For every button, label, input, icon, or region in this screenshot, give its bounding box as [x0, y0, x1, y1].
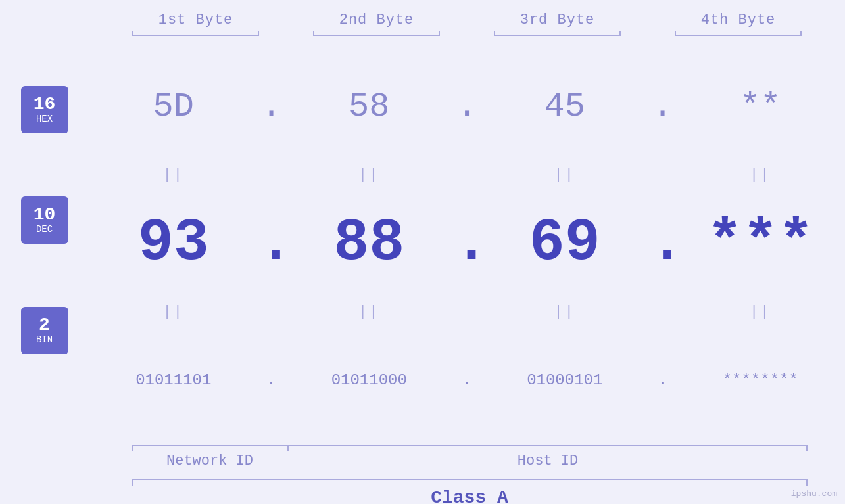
equals-row-2: || || || || [89, 302, 845, 321]
hex-base-label: HEX [36, 114, 53, 125]
dec-dot3: . [650, 210, 676, 277]
dec-byte3: 69 [480, 214, 650, 273]
bin-dot3: . [650, 371, 676, 389]
hex-byte3: 45 [480, 87, 650, 126]
bin-byte2: 01011000 [285, 371, 454, 389]
dec-dot1: . [258, 210, 285, 277]
network-id-label: Network ID [132, 453, 288, 469]
class-a-label: Class A [132, 488, 808, 504]
hex-dot2: . [454, 87, 480, 126]
eq1-b2: || [285, 167, 454, 183]
bin-byte1: 01011101 [89, 371, 258, 389]
dec-row: 93 . 88 . 69 . *** [89, 185, 845, 302]
labels-column: 16 HEX 10 DEC 2 BIN [0, 48, 89, 438]
eq2-b4: || [676, 304, 846, 320]
bin-dot1: . [258, 371, 285, 389]
hex-byte4: ** [676, 87, 846, 126]
dec-base-number: 10 [34, 206, 56, 224]
bin-badge: 2 BIN [21, 307, 68, 354]
eq1-b1: || [89, 167, 258, 183]
bracket-4 [648, 30, 829, 41]
hex-dot1: . [258, 87, 285, 126]
eq2-b1: || [89, 304, 258, 320]
byte-headers: 1st Byte 2nd Byte 3rd Byte 4th Byte [105, 12, 829, 28]
byte3-header: 3rd Byte [467, 12, 648, 28]
bracket-2 [286, 30, 467, 41]
header-brackets [105, 30, 829, 41]
dec-byte4: *** [676, 214, 846, 273]
byte2-header: 2nd Byte [286, 12, 467, 28]
eq1-b3: || [480, 167, 650, 183]
bin-dot2: . [454, 371, 480, 389]
class-bracket [132, 479, 808, 480]
dec-base-label: DEC [36, 224, 53, 235]
bottom-section: Network ID Host ID Class A [0, 438, 845, 504]
bin-byte3: 01000101 [480, 371, 650, 389]
main-grid: 16 HEX 10 DEC 2 BIN 5D . [0, 48, 845, 438]
bin-base-label: BIN [36, 334, 53, 346]
hex-byte1: 5D [89, 87, 258, 126]
hex-badge: 16 HEX [21, 86, 68, 133]
bracket-1 [105, 30, 286, 41]
hex-row: 5D . 58 . 45 . ** [89, 48, 845, 165]
dec-badge: 10 DEC [21, 196, 68, 244]
bin-byte4: ******** [676, 371, 846, 389]
bracket-3 [467, 30, 648, 41]
eq2-b2: || [285, 304, 454, 320]
byte4-header: 4th Byte [648, 12, 829, 28]
bin-base-number: 2 [39, 316, 50, 334]
byte1-header: 1st Byte [105, 12, 286, 28]
host-bracket [288, 445, 808, 446]
hex-byte2: 58 [285, 87, 454, 126]
eq1-b4: || [676, 167, 846, 183]
values-area: 5D . 58 . 45 . ** [89, 48, 845, 438]
dec-dot2: . [454, 210, 480, 277]
main-container: 1st Byte 2nd Byte 3rd Byte 4th Byte 16 H… [0, 0, 845, 504]
network-bracket [132, 445, 288, 446]
hex-base-number: 16 [34, 95, 56, 114]
hex-dot3: . [650, 87, 676, 126]
equals-row-1: || || || || [89, 165, 845, 185]
eq2-b3: || [480, 304, 650, 320]
dec-byte1: 93 [89, 214, 258, 273]
host-id-label: Host ID [288, 453, 808, 469]
dec-byte2: 88 [285, 214, 454, 273]
watermark: ipshu.com [791, 489, 837, 499]
bin-row: 01011101 . 01011000 . 01000101 . [89, 321, 845, 438]
